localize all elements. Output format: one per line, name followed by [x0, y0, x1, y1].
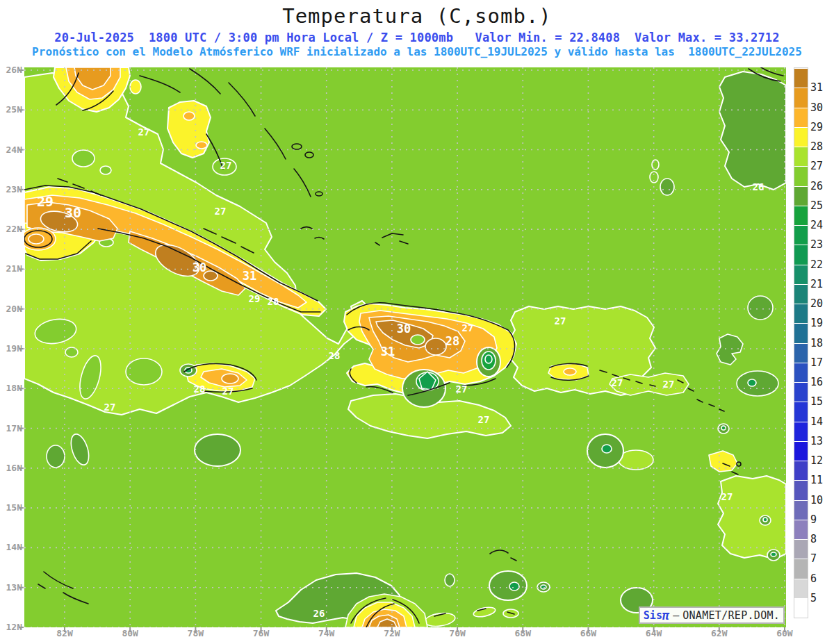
y-axis-label: 23N	[0, 184, 22, 195]
contour-label: 28	[194, 383, 206, 395]
y-axis-label: 19N	[0, 343, 22, 354]
watermark-brand: Sis	[644, 609, 662, 622]
x-axis-label: 66W	[569, 628, 607, 638]
colorbar-tick-label: 18	[810, 337, 831, 349]
subtitle-model-info: Pronóstico con el Modelo Atmósferico WRF…	[0, 45, 834, 58]
colorbar-tick-label: 31	[810, 81, 831, 94]
x-axis-label: 72W	[373, 628, 411, 638]
colorbar-tick-label: 6	[810, 572, 831, 585]
y-axis-label: 26N	[0, 65, 22, 75]
colorbar-tick-label: 12	[810, 454, 831, 467]
colorbar-block	[794, 186, 808, 206]
contour-label: 30	[193, 261, 206, 274]
y-axis-label: 21N	[0, 263, 22, 274]
colorbar-tick-label: 27	[810, 160, 831, 172]
colorbar-block	[794, 265, 808, 284]
colorbar-block	[794, 147, 808, 166]
colorbar-tick-label: 21	[810, 278, 831, 290]
y-axis-label: 14N	[0, 542, 22, 552]
colorbar-tick-label: 7	[810, 552, 831, 565]
colorbar-tick-label: 5	[810, 592, 831, 604]
colorbar-block	[794, 598, 808, 618]
colorbar-block	[794, 500, 808, 520]
colorbar-block	[794, 304, 808, 323]
colorbar-block	[794, 579, 808, 598]
colorbar-block	[794, 402, 808, 421]
contour-label: 27	[215, 206, 227, 217]
contour-label: 31	[381, 345, 395, 358]
contour-label: 27	[555, 315, 566, 327]
watermark-pi-icon: π	[662, 612, 669, 619]
contour-label: 27	[138, 126, 150, 138]
x-axis-label: 74W	[307, 628, 346, 638]
colorbar-block	[794, 343, 808, 363]
contour-label: 27	[456, 383, 468, 395]
colorbar-block	[794, 461, 808, 480]
colorbar-block	[794, 88, 808, 107]
contour-label: 27	[721, 491, 733, 502]
x-axis-label: 78W	[176, 628, 215, 638]
colorbar-block	[794, 382, 808, 402]
contour-label: 26	[753, 181, 764, 192]
y-axis-label: 12N	[0, 622, 22, 632]
contour-label: 26	[313, 608, 325, 619]
colorbar-block	[794, 108, 808, 127]
watermark-dash: –	[673, 609, 679, 622]
colorbar-block	[794, 127, 808, 147]
y-axis-label: 24N	[0, 145, 22, 155]
contour-label: 28	[445, 334, 459, 348]
colorbar-tick-label: 14	[810, 415, 831, 428]
colorbar-tick-label: 16	[810, 376, 831, 388]
colorbar-tick-label: 22	[810, 258, 831, 271]
colorbar-tick-label: 28	[810, 140, 831, 153]
colorbar-block	[794, 441, 808, 461]
y-axis-label: 18N	[0, 383, 22, 393]
contour-label: 27	[462, 322, 474, 333]
colorbar-block	[794, 363, 808, 382]
colorbar-tick-label: 25	[810, 199, 831, 212]
colorbar-tick-label: 10	[810, 494, 831, 506]
contour-label: 28	[329, 350, 341, 361]
watermark: Sisπ – ONAMET/REP.DOM.	[639, 606, 785, 624]
y-axis-label: 25N	[0, 104, 22, 115]
colorbar-block	[794, 559, 808, 578]
contour-label: 30	[397, 322, 411, 336]
y-axis-label: 22N	[0, 224, 22, 234]
y-axis-label: 17N	[0, 423, 22, 434]
contour-label: 27	[220, 160, 232, 171]
subtitle-valid-time: 20-Jul-2025 1800 UTC / 3:00 pm Hora Loca…	[0, 31, 834, 44]
colorbar-block	[794, 225, 808, 245]
colorbar-block	[794, 520, 808, 539]
colorbar-tick-label: 26	[810, 180, 831, 192]
y-axis-label: 16N	[0, 463, 22, 473]
colorbar-tick-label: 24	[810, 219, 831, 231]
colorbar-tick-label: 17	[810, 356, 831, 369]
watermark-org: ONAMET/REP.DOM.	[682, 609, 780, 622]
map-canvas: 2727272930303129282828272730312827272727…	[24, 67, 786, 627]
colorbar-tick-label: 23	[810, 238, 831, 251]
contour-label: 27	[104, 402, 116, 413]
temperature-shading	[21, 67, 786, 628]
x-axis-label: 64W	[635, 628, 673, 638]
contour-label: 27	[612, 377, 623, 388]
colorbar-tick-label: 11	[810, 474, 831, 486]
colorbar-block	[794, 539, 808, 559]
contour-label: 28	[268, 296, 279, 307]
contour-label: 29	[249, 293, 261, 304]
colorbar-block	[794, 422, 808, 441]
colorbar-block	[794, 284, 808, 304]
x-axis-label: 60W	[765, 628, 804, 638]
x-axis-label: 82W	[45, 628, 84, 638]
x-axis-label: 62W	[700, 628, 739, 638]
colorbar-tick-label: 19	[810, 317, 831, 329]
colorbar-tick-label: 13	[810, 435, 831, 447]
contour-label: 27	[663, 379, 675, 390]
page-title: Temperatura (C,somb.)	[0, 4, 834, 28]
contour-label: 27	[478, 414, 490, 425]
colorbar-block	[794, 166, 808, 185]
colorbar-tick-label: 29	[810, 121, 831, 133]
y-axis-label: 15N	[0, 502, 22, 513]
colorbar-block	[794, 245, 808, 264]
contour-label: 29	[37, 193, 54, 210]
colorbar-tick-label: 15	[810, 395, 831, 408]
